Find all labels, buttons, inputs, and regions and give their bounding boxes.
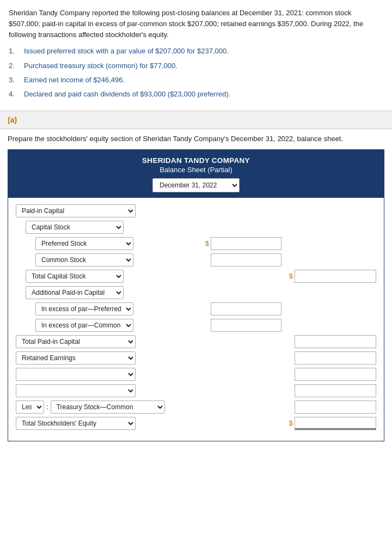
item-text: Earned net income of $246,496. [24,75,125,86]
in-excess-common-row: In excess of par—Common Stock [35,319,376,332]
common-stock-input[interactable] [211,253,281,266]
company-name: SHERIDAN TANDY COMPANY [13,156,379,165]
in-excess-common-select[interactable]: In excess of par—Common Stock [35,319,133,332]
bs-header: SHERIDAN TANDY COMPANY Balance Sheet (Pa… [8,150,384,198]
in-excess-common-input[interactable] [211,319,281,332]
item-num: 2. [9,60,24,71]
less-treasury-row: Less : Treasury Stock—Common [16,401,376,414]
instruction: Prepare the stockholders' equity section… [0,129,392,149]
total-equity-row: Total Stockholders' Equity $ [16,417,376,430]
list-item: 2. Purchased treasury stock (common) for… [9,60,383,71]
list-item: 1. Issued preferred stock with a par val… [9,46,383,57]
blank-select-2[interactable] [16,384,136,397]
paid-in-capital-select[interactable]: Paid-in Capital [16,204,136,217]
total-capital-stock-row: Total Capital Stock $ [26,270,376,283]
balance-sheet-container: SHERIDAN TANDY COMPANY Balance Sheet (Pa… [8,149,384,441]
common-stock-row: Common Stock [35,253,376,266]
total-capital-dollar: $ [289,272,293,280]
less-select[interactable]: Less [16,401,44,414]
retained-earnings-row: Retained Earnings [16,351,376,365]
sheet-title: Balance Sheet (Partial) [13,166,379,174]
total-paid-in-input[interactable] [295,335,376,348]
retained-earnings-input[interactable] [295,351,376,365]
bs-body: Paid-in Capital Capital Stock Preferred … [8,198,384,441]
additional-paid-select[interactable]: Additional Paid-in Capital [26,286,124,299]
date-select-wrapper[interactable]: December 31, 2022 [13,178,379,192]
total-equity-select[interactable]: Total Stockholders' Equity [16,417,136,430]
list-item: 3. Earned net income of $246,496. [9,75,383,86]
preferred-stock-row: Preferred Stock $ [35,237,376,250]
item-text: Issued preferred stock with a par value … [24,46,229,57]
intro-text: Sheridan Tandy Company reported the foll… [9,9,363,39]
item-num: 3. [9,75,24,86]
total-paid-in-select[interactable]: Total Paid-in Capital [16,335,136,348]
blank-row-1 [16,368,376,381]
total-equity-input[interactable] [295,417,376,430]
total-paid-in-row: Total Paid-in Capital [16,335,376,348]
capital-stock-row: Capital Stock [26,221,376,234]
blank-input-1[interactable] [295,368,376,381]
common-stock-select[interactable]: Common Stock [35,253,133,266]
transaction-list: 1. Issued preferred stock with a par val… [9,46,383,100]
in-excess-preferred-row: In excess of par—Preferred Stock [35,302,376,316]
preferred-stock-select[interactable]: Preferred Stock [35,237,133,250]
blank-input-2[interactable] [295,384,376,397]
colon: : [46,403,48,411]
in-excess-preferred-input[interactable] [211,302,281,316]
preferred-stock-dollar: $ [205,239,209,247]
total-equity-dollar: $ [289,419,293,427]
total-capital-stock-input[interactable] [295,270,376,283]
blank-select-1[interactable] [16,368,136,381]
paid-in-capital-row: Paid-in Capital [16,204,376,217]
problem-text: Sheridan Tandy Company reported the foll… [0,0,392,111]
capital-stock-select[interactable]: Capital Stock [26,221,124,234]
item-num: 1. [9,46,24,57]
item-text: Declared and paid cash dividends of $93,… [24,89,230,100]
treasury-stock-select[interactable]: Treasury Stock—Common [51,401,165,414]
retained-earnings-select[interactable]: Retained Earnings [16,351,136,365]
section-label: (a) [0,111,392,129]
date-select[interactable]: December 31, 2022 [152,178,240,192]
item-text: Purchased treasury stock (common) for $7… [24,60,177,71]
additional-paid-row: Additional Paid-in Capital [26,286,376,299]
blank-row-2 [16,384,376,397]
list-item: 4. Declared and paid cash dividends of $… [9,89,383,100]
preferred-stock-input[interactable] [211,237,281,250]
in-excess-preferred-select[interactable]: In excess of par—Preferred Stock [35,302,133,316]
total-capital-stock-select[interactable]: Total Capital Stock [26,270,124,283]
treasury-stock-input[interactable] [295,401,376,414]
item-num: 4. [9,89,24,100]
